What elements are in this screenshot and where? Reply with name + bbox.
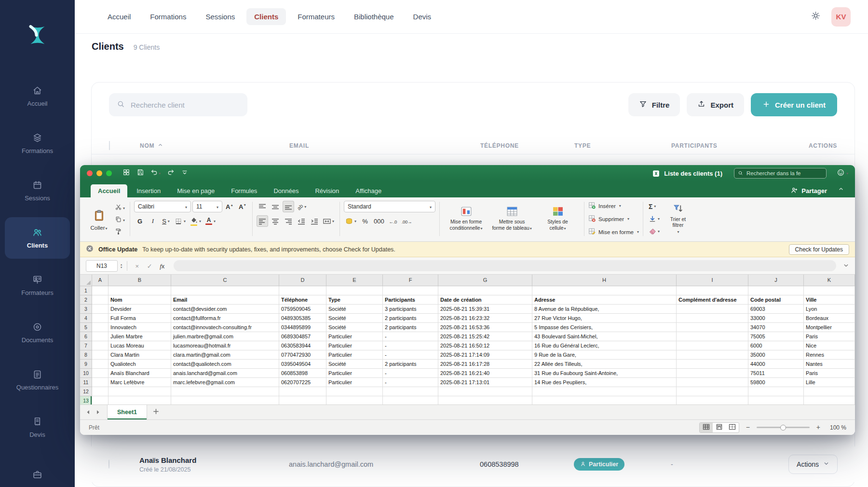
cell-h8[interactable]: 9 Rue de la Gare, bbox=[532, 350, 677, 360]
view-switch-button[interactable] bbox=[122, 168, 130, 178]
cell-c9[interactable]: contact@qualiotech.com bbox=[171, 360, 279, 369]
cell-styles-button[interactable]: Styles de cellule bbox=[535, 200, 580, 237]
cell-i2[interactable]: Complément d'adresse bbox=[677, 295, 748, 305]
cell-h2[interactable]: Adresse bbox=[532, 295, 677, 305]
align-middle-button[interactable] bbox=[270, 201, 281, 212]
cell-a1[interactable] bbox=[92, 286, 108, 295]
decrease-indent-button[interactable] bbox=[296, 215, 307, 227]
zoom-level[interactable]: 100 % bbox=[827, 424, 846, 431]
column-header-j[interactable]: J bbox=[748, 275, 804, 286]
cell-h6[interactable]: 43 Boulevard Saint-Michel, bbox=[532, 332, 677, 341]
copy-button[interactable] bbox=[114, 215, 126, 225]
cell-j11[interactable]: 59800 bbox=[748, 378, 804, 387]
font-size-select[interactable]: 11 bbox=[192, 201, 222, 212]
cell-h3[interactable]: 8 Avenue de la République, bbox=[532, 305, 677, 314]
cell-f11[interactable]: - bbox=[383, 378, 438, 387]
cell-j1[interactable] bbox=[748, 286, 804, 295]
cell-k10[interactable]: Paris bbox=[804, 369, 855, 378]
cell-f13[interactable] bbox=[383, 396, 438, 404]
row-header-11[interactable]: 11 bbox=[80, 378, 92, 387]
insert-cells-button[interactable]: Insérer bbox=[588, 200, 639, 211]
cell-b11[interactable]: Marc Lefèbvre bbox=[108, 378, 171, 387]
underline-button[interactable]: S bbox=[160, 215, 172, 227]
conditional-formatting-button[interactable]: Mise en forme conditionnelle bbox=[444, 200, 488, 237]
cell-j6[interactable]: 75005 bbox=[748, 332, 804, 341]
cell-d12[interactable] bbox=[279, 387, 326, 396]
cell-k5[interactable]: Montpellier bbox=[804, 323, 855, 332]
cell-a11[interactable] bbox=[92, 378, 108, 387]
font-color-button[interactable]: A bbox=[204, 215, 217, 227]
sort-filter-button[interactable]: Trier etfiltrer bbox=[663, 200, 693, 237]
percent-format-button[interactable]: % bbox=[359, 215, 371, 227]
row-header-13[interactable]: 13 bbox=[80, 396, 92, 404]
cell-e2[interactable]: Type bbox=[326, 295, 383, 305]
sidebar-item-devis[interactable]: Devis bbox=[5, 406, 70, 448]
column-header-type[interactable]: TYPE bbox=[574, 142, 671, 149]
column-header-nom[interactable]: NOM bbox=[140, 142, 289, 150]
save-button[interactable] bbox=[136, 168, 144, 178]
namebox-stepper-icon[interactable]: ▴▾ bbox=[121, 263, 122, 269]
decrease-font-button[interactable]: A▼ bbox=[237, 201, 248, 212]
cell-a12[interactable] bbox=[92, 387, 108, 396]
cell-c1[interactable] bbox=[171, 286, 279, 295]
fill-button[interactable] bbox=[647, 213, 661, 225]
sidebar-item-formateurs[interactable]: Formateurs bbox=[5, 264, 70, 306]
cell-j5[interactable]: 34070 bbox=[748, 323, 804, 332]
cell-k12[interactable] bbox=[804, 387, 855, 396]
redo-button[interactable] bbox=[167, 168, 175, 178]
thousands-format-button[interactable]: 000 bbox=[372, 215, 386, 227]
cell-c5[interactable]: contact@innovatech-consulting.fr bbox=[171, 323, 279, 332]
column-header-h[interactable]: H bbox=[532, 275, 677, 286]
cell-i11[interactable] bbox=[677, 378, 748, 387]
sidebar-item-formations[interactable]: Formations bbox=[5, 123, 70, 164]
cell-d8[interactable]: 0770472930 bbox=[279, 350, 326, 360]
cell-f4[interactable]: 2 participants bbox=[383, 314, 438, 323]
customize-toolbar-button[interactable] bbox=[181, 168, 189, 178]
cell-i12[interactable] bbox=[677, 387, 748, 396]
cell-f3[interactable]: 3 participants bbox=[383, 305, 438, 314]
app-logo[interactable] bbox=[0, 0, 75, 72]
column-header-d[interactable]: D bbox=[279, 275, 326, 286]
orientation-button[interactable]: ab bbox=[296, 201, 308, 212]
cell-g13[interactable] bbox=[438, 396, 532, 404]
row-header-2[interactable]: 2 bbox=[80, 295, 92, 305]
column-header-email[interactable]: EMAIL bbox=[289, 142, 480, 149]
cell-k11[interactable]: Lille bbox=[804, 378, 855, 387]
cell-a9[interactable] bbox=[92, 360, 108, 369]
cell-b3[interactable]: Devsider bbox=[108, 305, 171, 314]
cell-e8[interactable]: Particulier bbox=[326, 350, 383, 360]
topnav-item-formations[interactable]: Formations bbox=[142, 8, 194, 25]
cell-k7[interactable]: Nice bbox=[804, 341, 855, 350]
cell-g10[interactable]: 2025-08-21 16:21:40 bbox=[438, 369, 532, 378]
confirm-entry-button[interactable]: ✓ bbox=[145, 262, 154, 270]
zoom-button[interactable] bbox=[106, 170, 112, 176]
ribbon-tab-mise-en-page[interactable]: Mise en page bbox=[170, 184, 222, 197]
topnav-item-bibliotheque[interactable]: Bibliothèque bbox=[346, 8, 402, 25]
cell-a10[interactable] bbox=[92, 369, 108, 378]
cell-i7[interactable] bbox=[677, 341, 748, 350]
expand-formula-bar-button[interactable] bbox=[843, 262, 849, 270]
cell-h1[interactable] bbox=[532, 286, 677, 295]
cell-b2[interactable]: Nom bbox=[108, 295, 171, 305]
select-all-corner[interactable] bbox=[80, 275, 92, 286]
cell-i9[interactable] bbox=[677, 360, 748, 369]
ribbon-tab-accueil[interactable]: Accueil bbox=[91, 184, 127, 197]
cell-d10[interactable]: 060853898 bbox=[279, 369, 326, 378]
format-cells-button[interactable]: Mise en forme bbox=[588, 226, 639, 237]
cell-f2[interactable]: Participants bbox=[383, 295, 438, 305]
cell-j9[interactable]: 44000 bbox=[748, 360, 804, 369]
cancel-entry-button[interactable]: × bbox=[132, 262, 142, 270]
cell-f9[interactable]: 2 participants bbox=[383, 360, 438, 369]
cell-b5[interactable]: Innovatech bbox=[108, 323, 171, 332]
cell-f12[interactable] bbox=[383, 387, 438, 396]
client-search-field[interactable] bbox=[109, 93, 247, 116]
align-top-button[interactable] bbox=[257, 201, 268, 212]
cell-g1[interactable] bbox=[438, 286, 532, 295]
cell-h12[interactable] bbox=[532, 387, 677, 396]
cell-c4[interactable]: contact@fullforma.fr bbox=[171, 314, 279, 323]
cell-b7[interactable]: Lucas Moreau bbox=[108, 341, 171, 350]
workbook-search-input[interactable] bbox=[746, 170, 823, 177]
column-header-k[interactable]: K bbox=[804, 275, 855, 286]
column-header-f[interactable]: F bbox=[383, 275, 438, 286]
cell-i5[interactable] bbox=[677, 323, 748, 332]
